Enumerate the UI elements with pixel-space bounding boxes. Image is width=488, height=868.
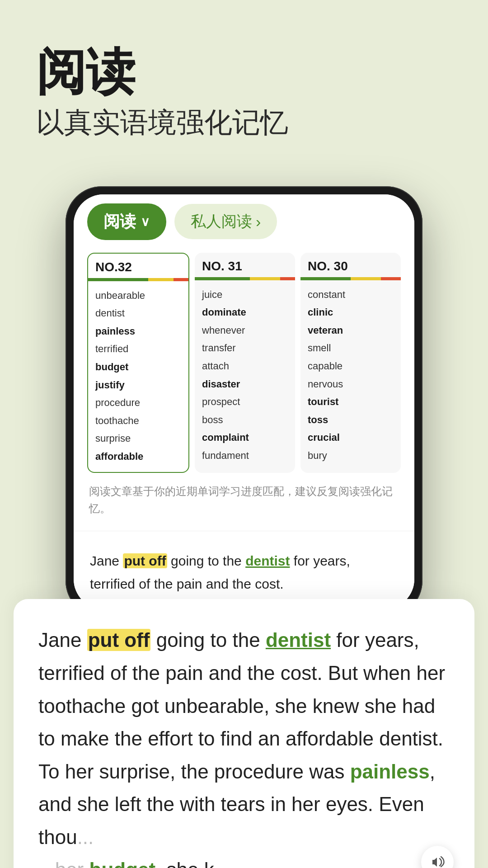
card-2-progress (195, 277, 295, 280)
word-justify: justify (95, 376, 181, 394)
top-section: 阅读 以真实语境强化记忆 (0, 0, 488, 168)
app-content: 阅读 ∨ 私人阅读 › NO.32 (74, 194, 414, 531)
word-juice: juice (202, 286, 288, 304)
word-constant: constant (308, 286, 394, 304)
arrow-right-icon: › (256, 213, 261, 231)
card-1-progress (88, 278, 188, 281)
sub-title: 以真实语境强化记忆 (36, 104, 452, 141)
highlight-painless-main: painless (350, 760, 430, 783)
word-disaster: disaster (202, 375, 288, 393)
word-complaint: complaint (202, 429, 288, 447)
reading-section-phone: Jane put off going to the dentist for ye… (74, 531, 414, 609)
word-toss: toss (308, 411, 394, 429)
word-painless: painless (95, 322, 181, 340)
card-2[interactable]: NO. 31 juice dominate whenever transfer … (195, 253, 295, 473)
tab-secondary-label: 私人阅读 (191, 211, 252, 232)
cards-grid: NO.32 unbearable dentist painless terrif… (87, 253, 401, 473)
card-1[interactable]: NO.32 unbearable dentist painless terrif… (87, 253, 189, 473)
word-toothache: toothache (95, 412, 181, 430)
highlight-put-off-main: put off (87, 629, 151, 651)
card-3-number: NO. 30 (300, 253, 401, 277)
word-budget: budget (95, 358, 181, 376)
phone-wrapper: 阅读 ∨ 私人阅读 › NO.32 (50, 186, 438, 618)
word-affordable: affordable (95, 448, 181, 466)
word-procedure: procedure (95, 394, 181, 412)
word-clinic: clinic (308, 303, 394, 321)
reading-section-main: Jane put off going to the dentist for ye… (14, 599, 474, 868)
word-crucial: crucial (308, 429, 394, 447)
word-nervous: nervous (308, 375, 394, 393)
word-boss: boss (202, 411, 288, 429)
card-2-words: juice dominate whenever transfer attach … (195, 286, 295, 471)
highlight-put-off: put off (123, 553, 167, 568)
tab-active-label: 阅读 (103, 211, 136, 233)
word-terrified: terrified (95, 340, 181, 358)
reading-text-main: Jane put off going to the dentist for ye… (38, 624, 450, 868)
tab-secondary[interactable]: 私人阅读 › (174, 204, 277, 239)
word-capable: capable (308, 357, 394, 375)
word-dentist: dentist (95, 304, 181, 322)
word-bury: bury (308, 447, 394, 465)
card-3-progress (300, 277, 401, 280)
highlight-dentist: dentist (245, 553, 290, 568)
word-veteran: veteran (308, 321, 394, 340)
word-transfer: transfer (202, 339, 288, 357)
word-dominate: dominate (202, 303, 288, 321)
phone-screen: 阅读 ∨ 私人阅读 › NO.32 (74, 194, 414, 609)
tab-bar: 阅读 ∨ 私人阅读 › (87, 203, 401, 240)
card-1-words: unbearable dentist painless terrified bu… (88, 287, 188, 472)
word-smell: smell (308, 339, 394, 357)
card-2-number: NO. 31 (195, 253, 295, 277)
card-3-words: constant clinic veteran smell capable ne… (300, 286, 401, 471)
word-unbearable: unbearable (95, 287, 181, 305)
word-whenever: whenever (202, 321, 288, 340)
phone-frame: 阅读 ∨ 私人阅读 › NO.32 (66, 186, 422, 618)
word-surprise: surprise (95, 429, 181, 448)
word-tourist: tourist (308, 393, 394, 411)
main-title: 阅读 (36, 45, 452, 100)
reading-text-phone: Jane put off going to the dentist for ye… (90, 549, 398, 595)
info-text: 阅读文章基于你的近期单词学习进度匹配，建议反复阅读强化记忆。 (87, 483, 401, 518)
highlight-dentist-main: dentist (266, 629, 331, 651)
word-fundament: fundament (202, 447, 288, 465)
card-1-number: NO.32 (88, 254, 188, 278)
word-prospect: prospect (202, 393, 288, 411)
tab-active[interactable]: 阅读 ∨ (87, 203, 166, 240)
highlight-budget-main: budget (89, 859, 156, 868)
chevron-down-icon: ∨ (141, 214, 150, 229)
card-3[interactable]: NO. 30 constant clinic veteran smell cap… (300, 253, 401, 473)
word-attach: attach (202, 357, 288, 375)
